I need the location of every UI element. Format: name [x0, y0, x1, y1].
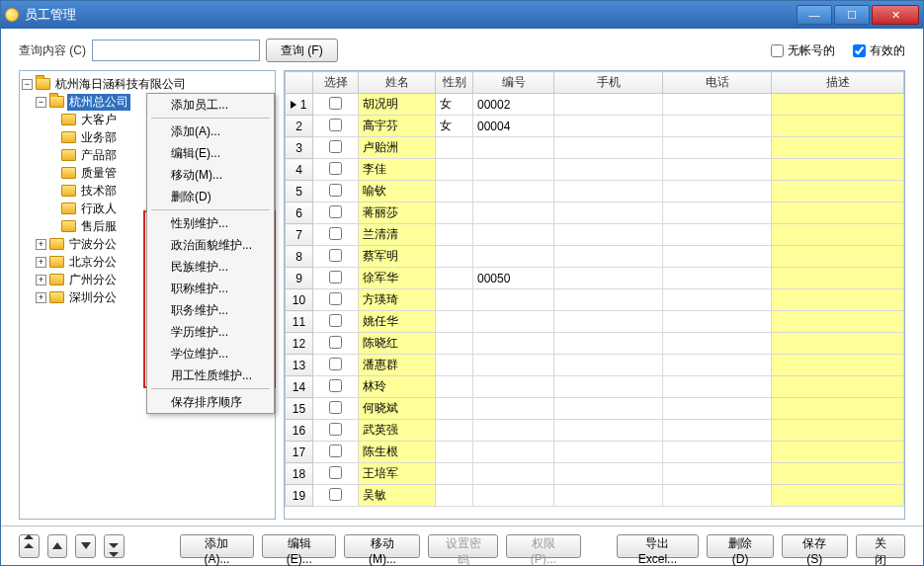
collapse-icon[interactable]: −	[22, 79, 33, 90]
cell-desc[interactable]	[772, 398, 904, 420]
tree-root[interactable]: − 杭州海日涵科技有限公司	[22, 75, 273, 93]
ctx-item[interactable]: 保存排序顺序	[147, 391, 274, 413]
row-checkbox[interactable]	[329, 227, 342, 240]
row-checkbox[interactable]	[329, 336, 342, 349]
cell-id[interactable]	[473, 333, 554, 355]
row-select-cell[interactable]	[313, 137, 359, 159]
cell-gender[interactable]	[436, 398, 473, 420]
row-checkbox[interactable]	[329, 488, 342, 501]
row-checkbox[interactable]	[329, 445, 342, 457]
cell-id[interactable]: 00050	[473, 268, 554, 289]
cell-mobile[interactable]	[554, 94, 663, 116]
cell-desc[interactable]	[772, 442, 904, 463]
cell-mobile[interactable]	[554, 376, 663, 398]
ctx-item[interactable]: 政治面貌维护...	[147, 234, 274, 256]
cell-desc[interactable]	[772, 485, 904, 507]
tree-context-menu[interactable]: 添加员工...添加(A)...编辑(E)...移动(M)...删除(D)性别维护…	[146, 93, 275, 414]
row-checkbox[interactable]	[329, 358, 342, 370]
cell-phone[interactable]	[663, 268, 772, 289]
cell-phone[interactable]	[663, 376, 772, 398]
row-checkbox[interactable]	[329, 466, 342, 479]
row-select-cell[interactable]	[313, 94, 359, 116]
cell-gender[interactable]	[436, 202, 473, 224]
no-account-box[interactable]	[771, 44, 784, 57]
add-button[interactable]: 添加 (A)...	[180, 534, 254, 558]
collapse-icon[interactable]: −	[36, 97, 46, 108]
no-account-checkbox[interactable]: 无帐号的	[771, 42, 835, 59]
search-button[interactable]: 查询 (F)	[266, 39, 338, 62]
cell-phone[interactable]	[663, 246, 772, 268]
table-row[interactable]: 4李佳	[286, 159, 904, 181]
expand-icon[interactable]: +	[36, 239, 46, 250]
table-row[interactable]: 13潘惠群	[286, 355, 904, 376]
table-row[interactable]: 12陈晓红	[286, 333, 904, 355]
row-checkbox[interactable]	[329, 292, 342, 305]
permission-button[interactable]: 权限 (P)...	[506, 534, 580, 558]
employee-grid[interactable]: 选择 姓名 性别 编号 手机 电话 描述 1胡况明女000022高宇芬女0000…	[285, 71, 904, 519]
row-checkbox[interactable]	[329, 271, 342, 283]
cell-gender[interactable]	[436, 159, 473, 181]
cell-gender[interactable]	[436, 463, 473, 485]
search-input[interactable]	[92, 40, 260, 61]
cell-name[interactable]: 方瑛琦	[359, 289, 436, 311]
cell-gender[interactable]	[436, 333, 473, 355]
cell-name[interactable]: 何晓斌	[359, 398, 436, 420]
set-password-button[interactable]: 设置密码	[428, 534, 498, 558]
cell-gender[interactable]	[436, 137, 473, 159]
cell-desc[interactable]	[772, 333, 904, 355]
table-row[interactable]: 7兰清清	[286, 224, 904, 246]
cell-mobile[interactable]	[554, 355, 663, 376]
cell-desc[interactable]	[772, 94, 904, 116]
cell-id[interactable]	[473, 137, 554, 159]
delete-button[interactable]: 删除 (D)	[707, 534, 773, 558]
valid-checkbox[interactable]: 有效的	[853, 42, 905, 59]
cell-name[interactable]: 陈生根	[359, 442, 436, 463]
cell-phone[interactable]	[663, 311, 772, 333]
cell-mobile[interactable]	[554, 224, 663, 246]
ctx-item[interactable]: 移动(M)...	[147, 164, 274, 186]
cell-id[interactable]: 00004	[473, 116, 554, 137]
row-checkbox[interactable]	[329, 140, 342, 153]
cell-desc[interactable]	[772, 181, 904, 202]
cell-phone[interactable]	[663, 485, 772, 507]
cell-gender[interactable]	[436, 268, 473, 289]
cell-mobile[interactable]	[554, 485, 663, 507]
cell-desc[interactable]	[772, 420, 904, 442]
row-select-cell[interactable]	[313, 463, 359, 485]
ctx-item[interactable]: 民族维护...	[147, 256, 274, 278]
table-row[interactable]: 3卢贻洲	[286, 137, 904, 159]
move-down-button[interactable]	[75, 534, 96, 558]
cell-phone[interactable]	[663, 289, 772, 311]
cell-mobile[interactable]	[554, 442, 663, 463]
col-mobile[interactable]: 手机	[554, 72, 663, 94]
cell-mobile[interactable]	[554, 289, 663, 311]
cell-id[interactable]	[473, 181, 554, 202]
maximize-button[interactable]: ☐	[834, 5, 870, 25]
cell-phone[interactable]	[663, 159, 772, 181]
cell-id[interactable]	[473, 355, 554, 376]
cell-gender[interactable]	[436, 181, 473, 202]
ctx-item[interactable]: 性别维护...	[147, 212, 274, 234]
cell-mobile[interactable]	[554, 420, 663, 442]
row-select-cell[interactable]	[313, 202, 359, 224]
ctx-item[interactable]: 用工性质维护...	[147, 364, 274, 386]
cell-phone[interactable]	[663, 442, 772, 463]
col-id[interactable]: 编号	[473, 72, 554, 94]
cell-phone[interactable]	[663, 420, 772, 442]
cell-id[interactable]	[473, 398, 554, 420]
cell-mobile[interactable]	[554, 116, 663, 137]
edit-button[interactable]: 编辑 (E)...	[262, 534, 336, 558]
ctx-item[interactable]: 删除(D)	[147, 186, 274, 207]
cell-id[interactable]	[473, 224, 554, 246]
cell-name[interactable]: 武英强	[359, 420, 436, 442]
row-select-cell[interactable]	[313, 224, 359, 246]
table-row[interactable]: 1胡况明女00002	[286, 94, 904, 116]
row-select-cell[interactable]	[313, 116, 359, 137]
cell-mobile[interactable]	[554, 463, 663, 485]
cell-gender[interactable]	[436, 311, 473, 333]
table-row[interactable]: 6蒋丽莎	[286, 202, 904, 224]
move-bottom-button[interactable]	[104, 534, 125, 558]
cell-desc[interactable]	[772, 202, 904, 224]
expand-icon[interactable]: +	[36, 292, 46, 303]
table-row[interactable]: 19吴敏	[286, 485, 904, 507]
